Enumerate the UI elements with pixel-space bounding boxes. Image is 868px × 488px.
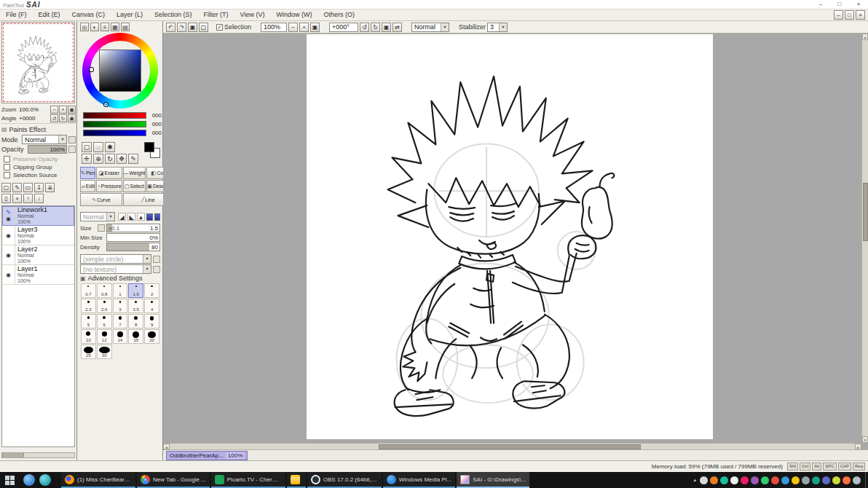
checkbox-clipping-group[interactable]: Clipping Group — [1, 163, 76, 171]
scratchpad-toggle[interactable]: ▤ — [121, 23, 130, 31]
menu-item-canvas[interactable]: Canvas (C) — [66, 9, 111, 20]
show-desktop-button[interactable] — [865, 472, 868, 488]
canvas[interactable] — [307, 34, 713, 439]
brush-tip-hard-icon[interactable]: ◣ — [127, 213, 135, 221]
red-slider[interactable] — [83, 112, 146, 119]
menu-item-others[interactable]: Others (O) — [317, 9, 360, 20]
tray-icon-13[interactable] — [822, 476, 830, 484]
tray-icon-5[interactable] — [741, 476, 749, 484]
menu-item-layer[interactable]: Layer (L) — [111, 9, 149, 20]
menu-item-view[interactable]: View (V) — [234, 9, 271, 20]
taskbar-button-picarto[interactable]: Picarto.TV - CherBe... — [211, 472, 285, 488]
tray-icon-7[interactable] — [761, 476, 769, 484]
tray-icon-2[interactable] — [710, 476, 718, 484]
nav-zoom-reset-button[interactable]: ▣ — [68, 106, 76, 114]
layer-up-button[interactable]: ↑ — [23, 194, 33, 203]
new-layer-button[interactable]: ▢ — [1, 183, 11, 192]
horizontal-scrollbar-thumb[interactable] — [379, 444, 641, 449]
brush-size-16[interactable]: 16 — [128, 329, 143, 344]
tray-icon-8[interactable] — [771, 476, 779, 484]
selection-mode-dropdown[interactable]: Normal ▾ — [411, 23, 449, 32]
tray-expand-icon[interactable]: ▴ — [693, 477, 696, 483]
brush-size-30[interactable]: 30 — [97, 345, 112, 359]
brush-size-4[interactable]: 4 — [144, 299, 159, 313]
layer-down-button[interactable]: ↓ — [34, 194, 44, 203]
checkbox-preserve-opacity[interactable]: Preserve Opacity — [1, 155, 76, 163]
document-tab[interactable]: OddbrotherPearAp... 100% — [166, 451, 248, 460]
color-wheel-toggle[interactable]: ◎ — [80, 23, 89, 31]
brush-size-7[interactable]: 7 — [113, 314, 128, 328]
angle-reset-button[interactable]: ▣ — [382, 23, 391, 32]
zoom-in-button[interactable]: + — [299, 23, 309, 32]
layer-row-linework1[interactable]: ✎◉Linework1Normal100% — [2, 206, 74, 226]
taskbar-button-obs[interactable]: OBS 17.0.2 (64bit, w... — [307, 472, 382, 488]
tool-weight[interactable]: —Weight — [123, 167, 146, 179]
rgb-sliders-toggle[interactable]: ≡ — [100, 23, 109, 31]
tool-pressure[interactable]: ◔Pressure — [96, 180, 122, 192]
brush-texture-dropdown[interactable]: (no texture) ▾ — [80, 264, 151, 274]
minimize-button[interactable]: – — [811, 0, 830, 9]
taskbar-button-chrome[interactable]: New Tab - Google ... — [137, 472, 210, 488]
delete-layer-button[interactable]: × — [12, 194, 22, 203]
zoom-out-button[interactable]: − — [288, 23, 298, 32]
vertical-scrollbar-thumb[interactable] — [863, 183, 868, 241]
visibility-toggle[interactable]: ✎◉ — [2, 206, 15, 225]
tray-icon-11[interactable] — [802, 476, 810, 484]
opacity-slider[interactable]: 100% — [28, 145, 67, 154]
tool-edit[interactable]: ▱Edit — [80, 180, 95, 192]
mdi-restore-button[interactable]: □ — [845, 10, 854, 20]
tray-icon-9[interactable] — [781, 476, 789, 484]
brush-tip-soft-icon[interactable]: ◢ — [118, 213, 126, 221]
checkbox-selection-source[interactable]: Selection Source — [1, 171, 76, 179]
eyedropper-icon[interactable]: ✎ — [128, 154, 138, 164]
mdi-close-button[interactable]: × — [856, 10, 865, 20]
stabilizer-dropdown[interactable]: 3 ▾ — [487, 23, 508, 32]
swatches-toggle[interactable]: ▦ — [111, 23, 119, 31]
close-button[interactable]: × — [849, 0, 868, 9]
zoom-box[interactable]: 100% — [261, 23, 287, 32]
density-slider[interactable]: 80 — [106, 243, 160, 251]
angle-box[interactable]: +000° — [329, 23, 358, 32]
select-rect-icon[interactable]: ▢ — [82, 142, 92, 152]
start-button[interactable] — [0, 472, 19, 488]
brush-tip-bitmap-1[interactable] — [146, 213, 153, 221]
rotate-ccw-button[interactable]: ↺ — [360, 23, 369, 32]
selection-contract-icon[interactable]: ▢ — [199, 23, 208, 32]
clear-layer-button[interactable]: ▯ — [1, 194, 11, 203]
move-icon[interactable]: ✛ — [82, 154, 92, 164]
brush-size-1[interactable]: 1 — [113, 283, 128, 298]
quick-launch-icon-1[interactable] — [23, 474, 35, 486]
layer-row-layer1[interactable]: ◉Layer1Normal100% — [2, 265, 74, 285]
undo-icon[interactable]: ↶ — [166, 23, 175, 32]
tray-icon-16[interactable] — [853, 476, 861, 484]
menu-item-selection[interactable]: Selection (S) — [149, 9, 198, 20]
brush-tip-flat-icon[interactable]: ▲ — [137, 213, 145, 221]
zoom-reset-button[interactable]: ▣ — [310, 23, 320, 32]
magic-wand-icon[interactable]: ✱ — [105, 142, 115, 152]
scroll-up-button[interactable]: ▴ — [862, 34, 868, 40]
layer-row-layer3[interactable]: ◉Layer3Normal100% — [2, 226, 74, 245]
foreground-color-swatch[interactable] — [144, 142, 154, 152]
brush-size-8[interactable]: 8 — [128, 314, 143, 328]
size-unit-box[interactable] — [98, 224, 105, 232]
brush-size-5[interactable]: 5 — [81, 314, 96, 328]
color-wheel[interactable] — [82, 33, 158, 109]
saturation-value-square[interactable] — [99, 50, 141, 92]
tool-pen[interactable]: ✎Pen — [80, 167, 95, 179]
taskbar-button-sai[interactable]: SAI - G:\Drawings\... — [457, 472, 529, 488]
brush-size-1.5[interactable]: 1.5 — [128, 283, 143, 298]
brush-size-0.7[interactable]: 0.7 — [81, 283, 96, 298]
flip-canvas-button[interactable]: ⇄ — [392, 23, 402, 32]
redo-icon[interactable]: ↷ — [177, 23, 186, 32]
brush-shape-dropdown[interactable]: (simple circle) ▾ — [80, 254, 151, 264]
visibility-toggle[interactable]: ◉ — [2, 245, 15, 264]
min-size-slider[interactable]: 0% — [106, 233, 160, 242]
brush-size-14[interactable]: 14 — [113, 329, 128, 344]
tool-eraser[interactable]: ◪Eraser — [96, 167, 122, 179]
brush-size-6[interactable]: 6 — [97, 314, 112, 328]
tray-icon-15[interactable] — [843, 476, 851, 484]
layer-mode-dropdown[interactable]: Normal ▾ — [22, 135, 67, 144]
brush-size-12[interactable]: 12 — [97, 329, 112, 344]
layer-panel-scrollbar[interactable] — [1, 452, 75, 458]
menu-item-filter[interactable]: Filter (T) — [198, 9, 234, 20]
